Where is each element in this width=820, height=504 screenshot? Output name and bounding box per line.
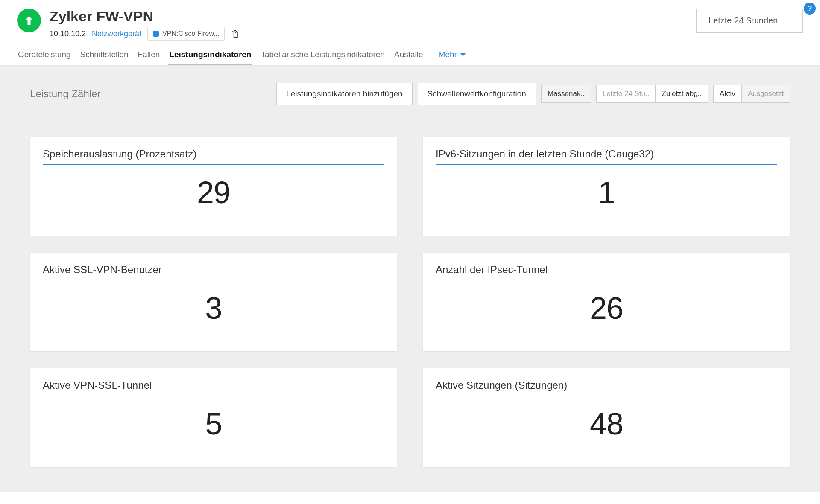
device-type-link[interactable]: Netzwerkgerät <box>92 29 141 38</box>
tab-fallen[interactable]: Fallen <box>137 50 161 65</box>
page-header: Zylker FW-VPN 10.10.10.2 Netzwerkgerät V… <box>0 0 820 41</box>
time-range-picker[interactable]: Letzte 24 Stunden <box>696 9 803 33</box>
threshold-config-button[interactable]: Schwellenwertkonfiguration <box>418 83 536 105</box>
metric-value: 26 <box>436 291 777 326</box>
tab-schnittstellen[interactable]: Schnittstellen <box>79 50 129 65</box>
status-segment-group: Aktiv Ausgesetzt <box>713 85 790 103</box>
metric-title: Aktive SSL-VPN-Benutzer <box>43 264 384 280</box>
add-indicator-button[interactable]: Leistungsindikatoren hinzufügen <box>276 83 413 105</box>
section-title: Leistung Zähler <box>30 88 100 100</box>
metric-title: IPv6-Sitzungen in der letzten Stunde (Ga… <box>436 148 777 165</box>
metric-card: IPv6-Sitzungen in der letzten Stunde (Ga… <box>423 137 790 236</box>
tab-more-label: Mehr <box>439 50 457 59</box>
metrics-grid: Speicherauslastung (Prozentsatz) 29 IPv6… <box>30 137 790 467</box>
metric-value: 29 <box>43 175 384 210</box>
tag-label: VPN:Cisco Firew... <box>162 30 219 38</box>
page-title: Zylker FW-VPN <box>50 9 696 24</box>
time-seg-24h[interactable]: Letzte 24 Stu.. <box>597 85 656 102</box>
metric-card: Anzahl der IPsec-Tunnel 26 <box>423 253 790 351</box>
content-area: Leistung Zähler Leistungsindikatoren hin… <box>0 66 820 492</box>
tab-ausfaelle[interactable]: Ausfälle <box>393 50 424 65</box>
status-seg-active[interactable]: Aktiv <box>713 85 742 103</box>
tab-more[interactable]: Mehr <box>438 50 466 65</box>
metric-card: Aktive Sitzungen (Sitzungen) 48 <box>423 368 790 467</box>
metric-value: 1 <box>436 175 777 210</box>
time-seg-last[interactable]: Zuletzt abg.. <box>655 85 708 102</box>
metric-value: 3 <box>43 291 384 326</box>
status-up-icon <box>17 9 41 32</box>
status-seg-suspended[interactable]: Ausgesetzt <box>741 85 790 102</box>
metric-value: 5 <box>43 406 384 441</box>
metric-card: Aktive SSL-VPN-Benutzer 3 <box>30 253 397 351</box>
device-tag[interactable]: VPN:Cisco Firew... <box>147 27 225 41</box>
metric-card: Aktive VPN-SSL-Tunnel 5 <box>30 368 397 467</box>
metric-title: Aktive Sitzungen (Sitzungen) <box>436 379 777 396</box>
mass-action-button[interactable]: Massenak.. <box>541 85 591 103</box>
metric-title: Aktive VPN-SSL-Tunnel <box>43 379 384 396</box>
chevron-down-icon <box>460 53 466 56</box>
metric-value: 48 <box>436 406 777 441</box>
tag-manage-icon[interactable]: 🏷 <box>230 29 240 38</box>
metric-title: Anzahl der IPsec-Tunnel <box>436 264 777 280</box>
help-icon[interactable]: ? <box>804 3 816 15</box>
tab-geraeteleistung[interactable]: Geräteleistung <box>17 50 72 65</box>
device-ip: 10.10.10.2 <box>50 29 86 38</box>
toolbar: Leistung Zähler Leistungsindikatoren hin… <box>30 83 790 105</box>
title-block: Zylker FW-VPN 10.10.10.2 Netzwerkgerät V… <box>50 9 696 41</box>
tab-bar: Geräteleistung Schnittstellen Fallen Lei… <box>0 41 820 66</box>
tag-color-icon <box>153 31 159 37</box>
toolbar-divider <box>30 111 790 111</box>
metric-title: Speicherauslastung (Prozentsatz) <box>43 148 384 165</box>
time-segment-group: Letzte 24 Stu.. Zuletzt abg.. <box>596 85 708 103</box>
metric-card: Speicherauslastung (Prozentsatz) 29 <box>30 137 397 236</box>
tab-leistungsindikatoren[interactable]: Leistungsindikatoren <box>168 50 252 65</box>
tab-tabellarische[interactable]: Tabellarische Leistungsindikatoren <box>260 50 385 65</box>
